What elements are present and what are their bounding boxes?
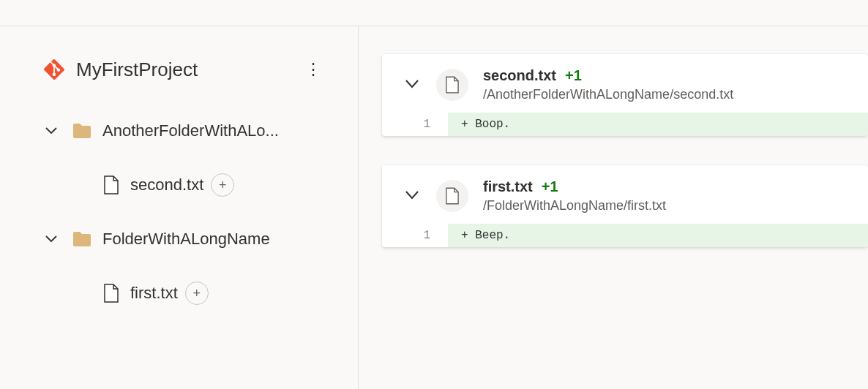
folder-icon [73,232,91,246]
diff-card: second.txt +1 /AnotherFolderWithALongNam… [382,54,868,136]
git-icon [44,59,64,80]
add-badge: + [185,282,209,305]
line-number: 1 [382,229,448,242]
chevron-down-icon [44,235,59,243]
main-layout: MyFirstProject ⋮ AnotherFolderWithALo...… [0,26,868,389]
folder-label: AnotherFolderWithALo... [102,121,279,140]
tree-folder[interactable]: FolderWithALongName [44,221,329,257]
line-number: 1 [382,118,448,131]
line-content: + Boop. [448,113,868,136]
diff-header: first.txt +1 /FolderWithALongName/first.… [382,165,868,224]
file-icon [104,284,119,303]
project-header: MyFirstProject ⋮ [44,56,329,83]
diff-filename: first.txt [483,178,533,195]
diff-path: /AnotherFolderWithALongName/second.txt [483,87,733,102]
diff-titles: first.txt +1 /FolderWithALongName/first.… [483,178,666,214]
project-title: MyFirstProject [76,58,298,81]
file-icon [104,175,119,194]
top-bar [0,0,868,26]
collapse-button[interactable] [405,78,419,91]
diff-line: 1 + Boop. [382,113,868,136]
diff-titles: second.txt +1 /AnotherFolderWithALongNam… [483,67,733,102]
project-menu-button[interactable]: ⋮ [298,56,329,83]
file-label: second.txt [130,175,203,194]
file-badge [436,69,468,101]
folder-label: FolderWithALongName [102,230,270,249]
tree-file[interactable]: second.txt + [44,167,329,203]
diff-change-count: +1 [565,67,582,84]
diff-filename: second.txt [483,67,556,84]
diff-card: first.txt +1 /FolderWithALongName/first.… [382,165,868,247]
diff-line: 1 + Beep. [382,224,868,247]
file-badge [436,180,468,212]
file-label: first.txt [130,284,178,303]
tree-folder[interactable]: AnotherFolderWithALo... [44,113,329,149]
diff-path: /FolderWithALongName/first.txt [483,198,666,214]
diff-header: second.txt +1 /AnotherFolderWithALongNam… [382,54,868,113]
content-area: second.txt +1 /AnotherFolderWithALongNam… [359,26,868,389]
tree-file[interactable]: first.txt + [44,275,329,311]
sidebar: MyFirstProject ⋮ AnotherFolderWithALo...… [0,26,359,389]
folder-icon [73,124,91,138]
collapse-button[interactable] [405,189,419,203]
diff-change-count: +1 [542,178,558,195]
add-badge: + [211,173,234,197]
chevron-down-icon [44,127,59,135]
line-content: + Beep. [448,224,868,247]
